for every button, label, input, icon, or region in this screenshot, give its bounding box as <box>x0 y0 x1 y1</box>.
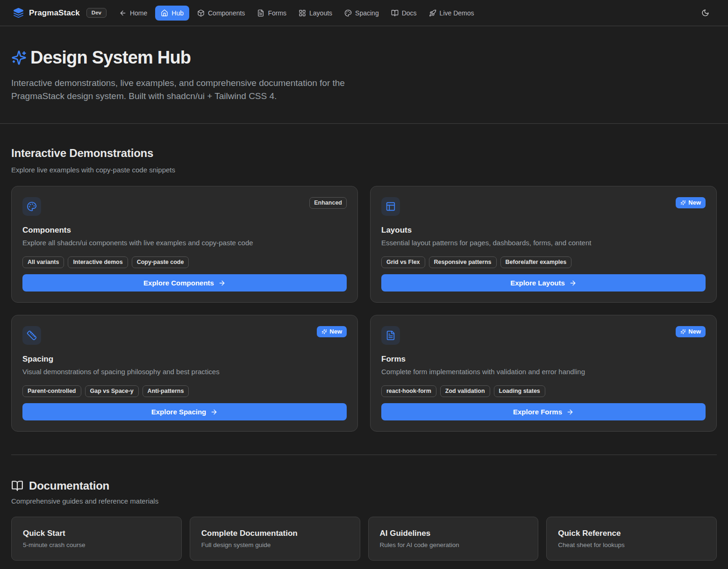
sparkles-icon <box>11 50 27 65</box>
env-badge: Dev <box>86 8 107 18</box>
palette-icon <box>22 197 41 216</box>
arrow-right-icon <box>210 408 218 416</box>
cta-label: Explore Components <box>143 279 214 287</box>
docs-section-heading: Documentation <box>11 479 717 492</box>
nav-item-label: Layouts <box>309 9 332 17</box>
docs-heading-label: Documentation <box>29 479 109 492</box>
tag-row: Parent-controlled Gap vs Space-y Anti-pa… <box>22 385 347 397</box>
book-open-icon <box>11 480 23 492</box>
tag: Anti-patterns <box>143 385 189 397</box>
nav-item-label: Hub <box>171 9 184 17</box>
nav-item-docs[interactable]: Docs <box>387 6 421 21</box>
explore-forms-button[interactable]: Explore Forms <box>381 403 706 420</box>
tag-row: Grid vs Flex Responsive patterns Before/… <box>381 256 706 268</box>
new-badge-label: New <box>329 328 342 335</box>
sparkles-icon <box>321 329 327 334</box>
nav-links: Home Hub Components Forms Layouts Spacin… <box>115 6 478 21</box>
tag: Responsive patterns <box>429 256 497 268</box>
tag: Loading states <box>494 385 545 397</box>
doc-card-description: Rules for AI code generation <box>380 541 527 548</box>
cta-label: Explore Forms <box>513 408 562 416</box>
nav-item-spacing[interactable]: Spacing <box>340 6 383 21</box>
doc-card-description: 5-minute crash course <box>23 541 170 548</box>
house-icon <box>161 9 168 17</box>
panels-top-left-icon <box>381 197 400 216</box>
theme-toggle-button[interactable] <box>698 5 713 21</box>
doc-card-title: Quick Reference <box>558 529 705 538</box>
layers-logo-icon <box>13 7 24 18</box>
nav-item-label: Components <box>208 9 245 17</box>
tag: Interactive demos <box>68 256 128 268</box>
nav-item-components[interactable]: Components <box>193 6 249 21</box>
page-subtitle-line1: Interactive demonstrations, live example… <box>11 77 717 90</box>
explore-layouts-button[interactable]: Explore Layouts <box>381 274 706 292</box>
rocket-icon <box>429 9 436 17</box>
card-title: Spacing <box>22 355 347 364</box>
card-title: Forms <box>381 355 706 364</box>
card-title: Layouts <box>381 226 706 235</box>
arrow-left-icon <box>119 9 127 17</box>
doc-card-quick-start[interactable]: Quick Start 5-minute crash course <box>11 517 182 561</box>
arrow-right-icon <box>566 408 574 416</box>
demos-section-heading: Interactive Demonstrations <box>11 147 717 160</box>
page-title: Design System Hub <box>30 48 191 68</box>
box-icon <box>197 9 205 17</box>
doc-card-description: Full design system guide <box>201 541 349 548</box>
nav-item-home[interactable]: Home <box>115 6 151 21</box>
explore-components-button[interactable]: Explore Components <box>22 274 347 292</box>
tag-row: react-hook-form Zod validation Loading s… <box>381 385 706 397</box>
demo-card-components[interactable]: Enhanced Components Explore all shadcn/u… <box>11 186 358 303</box>
demo-card-forms[interactable]: New Forms Complete form implementations … <box>370 315 717 432</box>
nav-item-label: Docs <box>402 9 417 17</box>
tag: Grid vs Flex <box>381 256 425 268</box>
nav-item-label: Home <box>130 9 147 17</box>
nav-item-forms[interactable]: Forms <box>253 6 291 21</box>
ruler-icon <box>22 326 41 345</box>
arrow-right-icon <box>218 279 226 287</box>
doc-card-title: Complete Documentation <box>201 529 349 538</box>
brand-name: PragmaStack <box>29 8 80 18</box>
card-title: Components <box>22 226 347 235</box>
explore-spacing-button[interactable]: Explore Spacing <box>22 403 347 420</box>
docs-section-subheading: Comprehensive guides and reference mater… <box>11 497 717 505</box>
doc-card-title: AI Guidelines <box>380 529 527 538</box>
nav-item-live-demos[interactable]: Live Demos <box>425 6 478 21</box>
sparkles-icon <box>680 329 686 334</box>
nav-item-hub[interactable]: Hub <box>155 6 189 21</box>
file-text-icon <box>257 9 264 17</box>
new-badge: New <box>317 326 347 337</box>
nav-item-label: Spacing <box>355 9 379 17</box>
nav-item-layouts[interactable]: Layouts <box>294 6 336 21</box>
demo-card-layouts[interactable]: New Layouts Essential layout patterns fo… <box>370 186 717 303</box>
tag: Copy-paste code <box>132 256 189 268</box>
card-description: Essential layout patterns for pages, das… <box>381 239 706 247</box>
card-description: Complete form implementations with valid… <box>381 368 706 376</box>
hero-section: Design System Hub Interactive demonstrat… <box>0 26 728 124</box>
enhanced-badge: Enhanced <box>309 197 347 209</box>
section-divider <box>11 455 717 455</box>
top-nav: PragmaStack Dev Home Hub Components Form… <box>0 0 728 26</box>
palette-icon <box>344 9 352 17</box>
card-description: Visual demonstrations of spacing philoso… <box>22 368 347 376</box>
book-open-icon <box>391 9 399 17</box>
nav-item-label: Forms <box>268 9 286 17</box>
new-badge-label: New <box>688 199 701 206</box>
doc-card-title: Quick Start <box>23 529 170 538</box>
page-subtitle-line2: PragmaStack design system. Built with sh… <box>11 90 717 103</box>
new-badge: New <box>676 197 706 208</box>
demo-card-spacing[interactable]: New Spacing Visual demonstrations of spa… <box>11 315 358 432</box>
tag: Gap vs Space-y <box>85 385 139 397</box>
card-description: Explore all shadcn/ui components with li… <box>22 239 347 247</box>
doc-card-ai-guidelines[interactable]: AI Guidelines Rules for AI code generati… <box>368 517 539 561</box>
cta-label: Explore Layouts <box>510 279 565 287</box>
doc-card-quick-reference[interactable]: Quick Reference Cheat sheet for lookups <box>546 517 717 561</box>
tag: Parent-controlled <box>22 385 81 397</box>
sparkles-icon <box>680 200 686 206</box>
moon-icon <box>701 9 709 17</box>
new-badge-label: New <box>688 328 701 335</box>
brand[interactable]: PragmaStack <box>13 7 80 18</box>
doc-card-complete-documentation[interactable]: Complete Documentation Full design syste… <box>190 517 360 561</box>
layout-grid-icon <box>299 9 306 17</box>
doc-card-grid: Quick Start 5-minute crash course Comple… <box>11 517 717 561</box>
doc-card-description: Cheat sheet for lookups <box>558 541 705 548</box>
